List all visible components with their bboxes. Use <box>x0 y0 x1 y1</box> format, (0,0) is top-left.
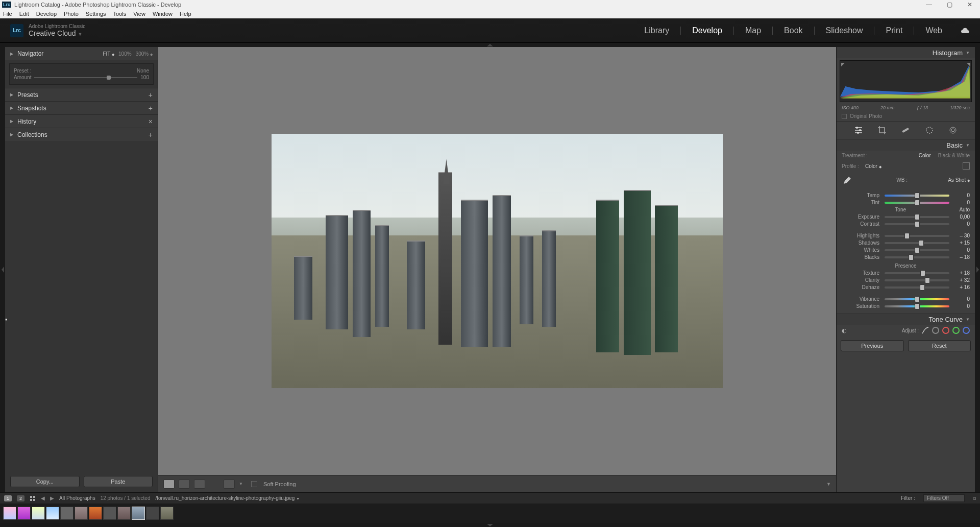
close-button[interactable]: ✕ <box>960 1 980 8</box>
module-slideshow[interactable]: Slideshow <box>824 26 865 35</box>
loupe-view-button[interactable] <box>163 480 175 489</box>
healing-icon[interactable] <box>901 126 910 135</box>
menu-tools[interactable]: Tools <box>113 11 127 17</box>
thumbnail[interactable] <box>60 507 74 520</box>
menu-photo[interactable]: Photo <box>64 11 79 17</box>
vibrance-slider[interactable] <box>885 298 949 300</box>
temp-slider[interactable] <box>885 195 949 197</box>
navigator-zoom-300[interactable]: 300% ◆ <box>136 51 153 57</box>
treatment-bw[interactable]: Black & White <box>938 153 970 158</box>
collections-header[interactable]: ▶Collections+ <box>5 128 158 141</box>
top-panel-grip[interactable] <box>0 43 980 47</box>
right-panel-grip[interactable] <box>975 47 980 492</box>
thumbnail-selected[interactable] <box>132 507 145 520</box>
image-canvas[interactable] <box>158 47 836 475</box>
module-print[interactable]: Print <box>884 26 904 35</box>
texture-slider[interactable] <box>885 272 949 274</box>
navigator-fit[interactable]: FIT ◆ <box>103 51 114 57</box>
thumbnail[interactable] <box>75 507 88 520</box>
module-develop[interactable]: Develop <box>690 26 724 35</box>
navigator-zoom-100[interactable]: 100% <box>118 51 132 57</box>
redeye-icon[interactable] <box>948 126 958 135</box>
before-after-lr-button[interactable] <box>179 480 190 489</box>
tone-curve-header[interactable]: ▪Tone Curve▼ <box>837 314 975 325</box>
edit-sliders-icon[interactable] <box>854 126 863 135</box>
treatment-color[interactable]: Color <box>919 153 931 158</box>
clip-shadow-icon[interactable]: ◤ <box>841 62 845 67</box>
thumbnail[interactable] <box>3 507 16 520</box>
clip-highlight-icon[interactable]: ◥ <box>967 62 970 67</box>
thumbnail[interactable] <box>89 507 102 520</box>
highlights-slider[interactable] <box>885 235 949 237</box>
snapshots-header[interactable]: ▶Snapshots+ <box>5 101 158 114</box>
reset-button[interactable]: Reset <box>908 340 971 351</box>
wb-dropper-icon[interactable] <box>842 174 854 186</box>
minimize-button[interactable]: — <box>919 1 939 8</box>
bottom-panel-grip[interactable] <box>0 523 980 527</box>
thumbnail[interactable] <box>46 507 59 520</box>
thumbnail[interactable] <box>146 507 159 520</box>
exposure-slider[interactable] <box>885 216 949 218</box>
snapshots-add-icon[interactable]: + <box>149 104 153 112</box>
contrast-slider[interactable] <box>885 223 949 225</box>
shadows-slider[interactable] <box>885 242 949 244</box>
whites-slider[interactable] <box>885 249 949 251</box>
saturation-slider[interactable] <box>885 305 949 307</box>
menu-edit[interactable]: Edit <box>19 11 29 17</box>
swap-before-after-button[interactable] <box>224 480 235 489</box>
filename-path[interactable]: /fonwall.ru_horizon-architecture-skyline… <box>156 495 300 501</box>
dehaze-slider[interactable] <box>885 286 949 289</box>
histogram-header[interactable]: Histogram▼ <box>837 47 975 58</box>
profile-browser-icon[interactable] <box>963 162 970 170</box>
maximize-button[interactable]: ▢ <box>939 1 960 8</box>
history-clear-icon[interactable]: × <box>149 117 153 126</box>
nav-back-icon[interactable]: ◀ <box>41 495 45 501</box>
module-web[interactable]: Web <box>923 26 944 35</box>
caret-down-icon[interactable]: ▼ <box>239 482 243 486</box>
presets-header[interactable]: ▶Presets+ <box>5 88 158 101</box>
curve-luminance-icon[interactable] <box>932 327 939 334</box>
original-photo-row[interactable]: Original Photo <box>837 111 975 122</box>
menu-settings[interactable]: Settings <box>86 11 106 17</box>
toolbar-menu-icon[interactable]: ▼ <box>826 482 831 487</box>
presets-add-icon[interactable]: + <box>149 91 153 99</box>
filmstrip[interactable] <box>0 504 980 523</box>
collections-add-icon[interactable]: + <box>149 131 153 139</box>
mask-icon[interactable] <box>925 126 934 135</box>
history-header[interactable]: ▶History× <box>5 114 158 128</box>
curve-rgb-icon[interactable] <box>922 327 929 334</box>
auto-tone-button[interactable]: Auto <box>959 207 970 212</box>
module-library[interactable]: Library <box>642 26 671 35</box>
menu-develop[interactable]: Develop <box>36 11 57 17</box>
cloud-sync-icon[interactable] <box>960 27 970 34</box>
curve-green-icon[interactable] <box>952 327 960 334</box>
display-2-badge[interactable]: 2 <box>17 495 24 501</box>
thumbnail[interactable] <box>117 507 131 520</box>
blacks-slider[interactable] <box>885 256 949 258</box>
profile-row[interactable]: Profile : Color ◆ <box>837 160 975 172</box>
left-panel-grip[interactable] <box>0 47 5 492</box>
curve-blue-icon[interactable] <box>963 327 970 334</box>
menu-help[interactable]: Help <box>180 11 191 17</box>
original-photo-checkbox[interactable] <box>842 114 847 119</box>
paste-button[interactable]: Paste <box>84 476 153 487</box>
copy-button[interactable]: Copy... <box>10 476 80 487</box>
soft-proofing-checkbox[interactable] <box>251 481 257 487</box>
filter-dropdown[interactable]: Filters Off <box>923 494 965 502</box>
wb-preset[interactable]: As Shot ◆ <box>948 177 970 183</box>
thumbnail[interactable] <box>103 507 116 520</box>
amount-slider[interactable] <box>34 77 137 78</box>
before-after-tb-button[interactable] <box>194 480 205 489</box>
tint-slider[interactable] <box>885 202 949 204</box>
thumbnail[interactable] <box>32 507 45 520</box>
display-1-badge[interactable]: 1 <box>4 495 12 501</box>
source-label[interactable]: All Photographs <box>59 495 95 501</box>
module-map[interactable]: Map <box>743 26 763 35</box>
grid-view-icon[interactable] <box>30 495 36 501</box>
basic-header[interactable]: Basic▼ <box>837 139 975 151</box>
clarity-slider[interactable] <box>885 279 949 281</box>
menu-file[interactable]: File <box>3 11 12 17</box>
menu-view[interactable]: View <box>133 11 145 17</box>
navigator-header[interactable]: ▶ Navigator FIT ◆ 100% 300% ◆ <box>5 47 158 60</box>
nav-forward-icon[interactable]: ▶ <box>50 495 54 501</box>
